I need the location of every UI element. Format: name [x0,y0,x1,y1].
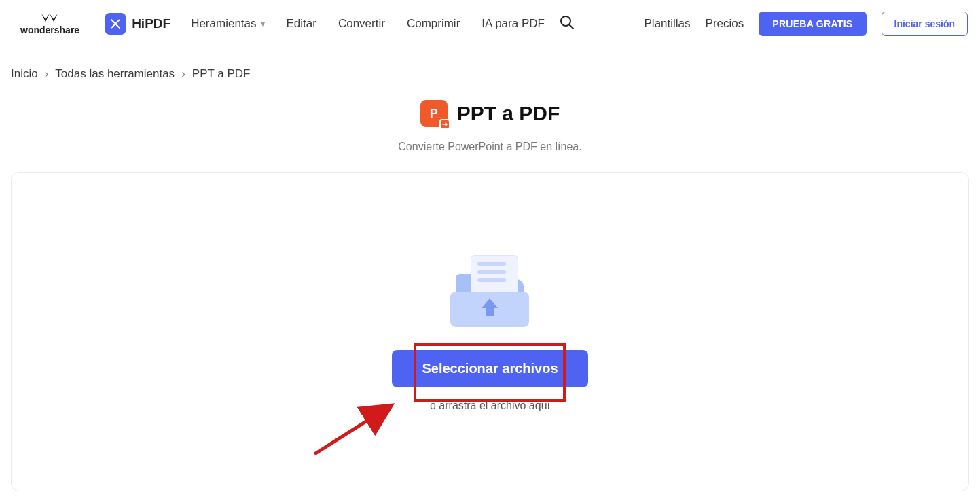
convert-arrow-icon [439,119,450,130]
breadcrumb-sep: › [181,67,185,81]
page-title: PPT a PDF [457,102,560,125]
svg-line-2 [314,405,392,454]
nav-pricing[interactable]: Precios [706,17,744,31]
nav-convert[interactable]: Convertir [338,17,385,31]
breadcrumb-current: PPT a PDF [192,67,251,81]
breadcrumb-sep: › [45,67,49,81]
header-right: Plantillas Precios PRUEBA GRATIS Iniciar… [645,12,968,36]
nav-convert-label: Convertir [338,17,385,31]
header-divider [92,13,92,35]
hipdf-brand[interactable]: HiPDF [105,13,170,35]
header: wondershare HiPDF Heramientas ▾ Editar C… [0,0,980,48]
breadcrumb-home[interactable]: Inicio [11,67,38,81]
drag-hint: o arrastra el archivo aquí [430,400,550,412]
hipdf-icon [105,13,126,35]
nav-compress[interactable]: Comprimir [407,17,460,31]
nav-edit-label: Editar [287,17,316,31]
wondershare-label: wondershare [20,24,79,35]
trial-button[interactable]: PRUEBA GRATIS [759,12,866,36]
wondershare-logo[interactable]: wondershare [20,12,79,35]
annotation-arrow [310,397,405,458]
nav-tools-label: Heramientas [191,17,256,31]
nav-edit[interactable]: Editar [287,17,316,31]
nav-tools[interactable]: Heramientas ▾ [191,17,264,31]
ppt-to-pdf-icon: P [420,100,448,127]
svg-line-1 [569,25,573,29]
chevron-down-icon: ▾ [261,19,265,29]
main-nav: Heramientas ▾ Editar Convertir Comprimir… [191,17,545,31]
select-files-button[interactable]: Seleccionar archivos [392,350,587,387]
search-button[interactable] [560,15,575,33]
nav-ai[interactable]: IA para PDF [482,17,545,31]
upload-card: Seleccionar archivos o arrastra el archi… [11,172,969,491]
search-icon [560,15,575,30]
breadcrumb-all-tools[interactable]: Todas las herramientas [55,67,175,81]
page-subtitle: Convierte PowerPoint a PDF en línea. [0,141,980,153]
wondershare-icon [40,12,60,23]
nav-compress-label: Comprimir [407,17,460,31]
breadcrumb: Inicio › Todas las herramientas › PPT a … [0,48,980,81]
nav-ai-label: IA para PDF [482,17,545,31]
upload-illustration [435,252,544,327]
nav-templates[interactable]: Plantillas [645,17,691,31]
hipdf-label: HiPDF [132,16,170,31]
page-heading: P PPT a PDF Convierte PowerPoint a PDF e… [0,100,980,153]
login-button[interactable]: Iniciar sesión [882,12,968,36]
upload-arrow-icon [477,297,502,317]
upload-dropzone[interactable]: Seleccionar archivos o arrastra el archi… [392,252,587,412]
